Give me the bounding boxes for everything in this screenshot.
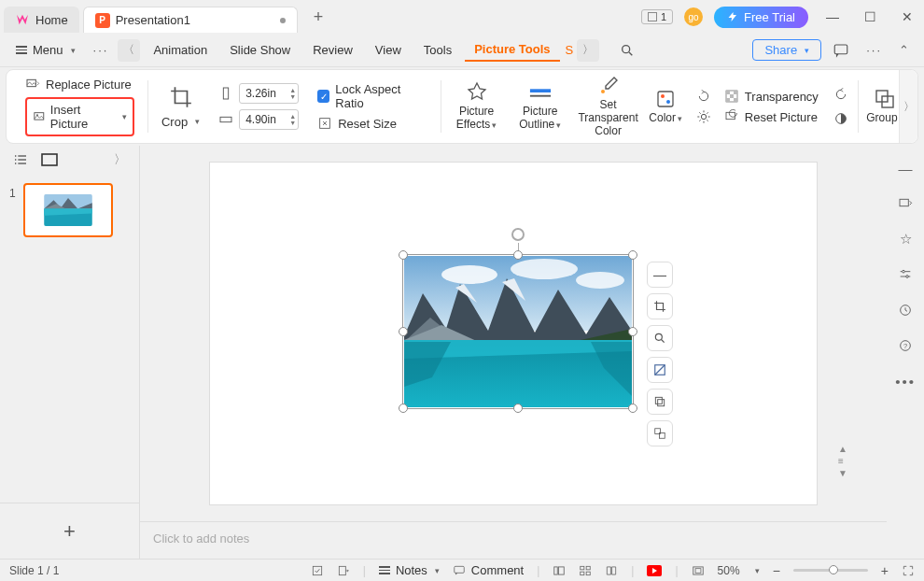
- ribbon-scroll-right[interactable]: 〉: [577, 39, 599, 62]
- ribbon-expand-button[interactable]: 〉: [899, 70, 917, 143]
- fit-view-icon[interactable]: [692, 564, 705, 577]
- picture-effects-button[interactable]: Picture Effects▾: [445, 81, 509, 132]
- play-slideshow-icon[interactable]: [647, 565, 662, 576]
- spellcheck-icon[interactable]: [311, 564, 324, 577]
- resize-handle-tl[interactable]: [399, 250, 408, 260]
- wps-logo-icon: [15, 12, 30, 27]
- resize-handle-l[interactable]: [399, 327, 408, 336]
- rail-more-icon[interactable]: •••: [896, 372, 915, 390]
- more-icon[interactable]: ···: [861, 43, 888, 57]
- brightness-icon[interactable]: [696, 109, 711, 124]
- svg-text:?: ?: [903, 342, 907, 350]
- tab-view[interactable]: View: [366, 39, 411, 61]
- window-minimize[interactable]: —: [819, 9, 846, 24]
- height-input[interactable]: 3.26in▲▼: [239, 83, 299, 104]
- new-tab-button[interactable]: +: [305, 7, 331, 27]
- sorter-view-icon[interactable]: [579, 564, 592, 577]
- rail-help-icon[interactable]: ?: [896, 336, 915, 355]
- resize-handle-b[interactable]: [513, 404, 523, 413]
- tab-home[interactable]: Home: [4, 7, 79, 33]
- rail-favorite-icon[interactable]: ☆: [896, 230, 915, 248]
- tab-review[interactable]: Review: [303, 39, 362, 61]
- float-collapse-button[interactable]: —: [647, 262, 673, 288]
- color-button[interactable]: Color▾: [644, 88, 686, 125]
- slide-thumbnail[interactable]: 1: [9, 183, 130, 237]
- tab-document[interactable]: P Presentation1: [83, 7, 298, 33]
- search-icon[interactable]: [620, 43, 635, 58]
- add-slide-button[interactable]: +: [0, 503, 139, 559]
- outline-view-icon[interactable]: [13, 152, 28, 167]
- set-transparent-color-button[interactable]: Set Transparent Color: [572, 75, 645, 137]
- float-crop-button[interactable]: [647, 293, 673, 319]
- ribbon-scroll-left[interactable]: 〈: [118, 39, 140, 62]
- resize-handle-t[interactable]: [513, 250, 523, 260]
- lock-aspect-checkbox[interactable]: ✓Lock Aspect Ratio: [317, 82, 427, 110]
- float-copy-button[interactable]: [647, 389, 673, 415]
- rail-extract-icon[interactable]: [896, 194, 915, 213]
- reset-size-button[interactable]: Reset Size: [317, 116, 427, 131]
- svg-rect-41: [42, 154, 57, 165]
- status-comment-button[interactable]: Comment: [453, 563, 524, 577]
- window-maximize[interactable]: ☐: [857, 9, 883, 24]
- normal-view-icon[interactable]: [553, 564, 566, 577]
- replace-picture-button[interactable]: Replace Picture: [25, 77, 134, 92]
- thumbnail-view-icon[interactable]: [41, 153, 58, 166]
- resize-handle-r[interactable]: [628, 327, 637, 336]
- resize-handle-bl[interactable]: [399, 404, 408, 413]
- zoom-value[interactable]: 50%: [718, 564, 740, 577]
- window-close[interactable]: ✕: [894, 9, 920, 24]
- share-button[interactable]: Share▾: [752, 39, 821, 61]
- panel-chevron-icon[interactable]: 〉: [114, 151, 126, 168]
- status-bar: Slide 1 / 1 | Notes▾ Comment | | | 50%▾ …: [0, 559, 924, 581]
- zoom-out-button[interactable]: −: [773, 563, 780, 578]
- float-more-button[interactable]: [647, 420, 673, 446]
- reset-picture-button[interactable]: Reset Picture: [724, 109, 819, 124]
- transparency-button[interactable]: Transparency: [724, 89, 819, 104]
- picture-outline-button[interactable]: Picture Outline▾: [509, 81, 572, 132]
- crop-button[interactable]: Crop▾: [161, 115, 200, 129]
- main-menu-button[interactable]: Menu ▾: [7, 38, 84, 62]
- free-trial-button[interactable]: Free Trial: [714, 7, 808, 28]
- export-icon[interactable]: [337, 564, 350, 577]
- svg-point-1: [623, 45, 630, 52]
- title-bar: Home P Presentation1 + 1 go Free Trial —…: [0, 0, 924, 34]
- svg-point-73: [906, 276, 909, 278]
- rail-collapse-icon[interactable]: —: [896, 159, 915, 177]
- zoom-in-button[interactable]: +: [881, 563, 889, 578]
- slide-canvas[interactable]: — ▲≡▼: [140, 146, 887, 521]
- tab-close-icon[interactable]: [280, 18, 286, 23]
- width-input[interactable]: 4.90in▲▼: [239, 109, 299, 130]
- collapse-ribbon[interactable]: ⌃: [899, 43, 909, 57]
- float-transparency-button[interactable]: [647, 357, 673, 383]
- reading-view-icon[interactable]: [605, 564, 618, 577]
- fit-to-window-icon[interactable]: [902, 564, 915, 577]
- ribbon-panel: Replace Picture Insert Picture ▾ Crop▾ 3…: [6, 69, 918, 144]
- svg-rect-87: [695, 568, 701, 573]
- status-notes-button[interactable]: Notes▾: [379, 563, 440, 577]
- resize-handle-tr[interactable]: [628, 250, 637, 260]
- chat-icon[interactable]: [833, 42, 849, 59]
- notes-pane[interactable]: Click to add notes: [140, 521, 887, 559]
- rotate-left-icon[interactable]: [696, 89, 711, 104]
- rotate-handle[interactable]: [511, 228, 525, 241]
- insert-picture-button[interactable]: Insert Picture ▾: [25, 97, 134, 136]
- presentation-doc-icon: P: [95, 13, 110, 28]
- tab-slideshow[interactable]: Slide Show: [220, 39, 300, 61]
- contrast-icon[interactable]: [833, 111, 848, 126]
- tab-picture-tools[interactable]: Picture Tools: [465, 38, 559, 62]
- window-counter[interactable]: 1: [641, 9, 673, 24]
- resize-handle-br[interactable]: [628, 404, 637, 413]
- selected-picture[interactable]: —: [404, 256, 632, 407]
- rotate-right-icon[interactable]: [833, 87, 848, 102]
- rail-history-icon[interactable]: [896, 301, 915, 319]
- rail-settings-icon[interactable]: [896, 265, 915, 284]
- tab-animation[interactable]: Animation: [144, 39, 217, 61]
- svg-line-64: [655, 365, 665, 376]
- tab-tools[interactable]: Tools: [414, 39, 461, 61]
- float-zoom-button[interactable]: [647, 325, 673, 351]
- menu-overflow[interactable]: ···: [88, 43, 115, 57]
- user-avatar[interactable]: go: [684, 7, 703, 26]
- svg-rect-13: [658, 92, 673, 106]
- vertical-scroll-arrows[interactable]: ▲≡▼: [838, 444, 847, 478]
- zoom-slider[interactable]: [793, 569, 868, 572]
